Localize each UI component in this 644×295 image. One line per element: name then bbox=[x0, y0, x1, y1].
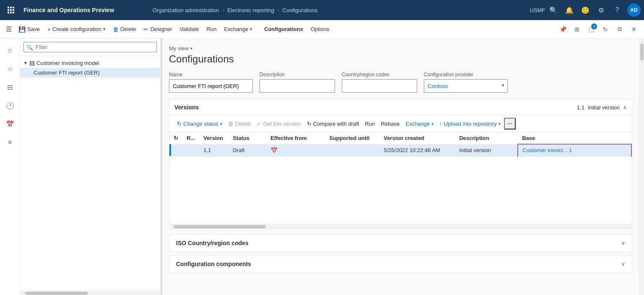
cell-version-created: 5/25/2022 10:22:48 AM bbox=[379, 144, 455, 156]
breadcrumb-er[interactable]: Electronic reporting bbox=[227, 7, 274, 13]
search-icon[interactable]: 🔍 bbox=[548, 4, 559, 16]
run-button[interactable]: Run bbox=[203, 24, 220, 34]
sidebar-list-icon[interactable]: ≡ bbox=[2, 134, 18, 151]
badge-icon[interactable]: ⬚ 0 bbox=[584, 23, 598, 36]
table-body: 1.1 Draft 📅 5/25/2022 10:22:48 AM Initia… bbox=[169, 144, 631, 156]
create-icon: + bbox=[47, 26, 51, 33]
get-version-button[interactable]: ✓ Get this version bbox=[254, 119, 303, 128]
country-input[interactable] bbox=[342, 79, 417, 93]
notification-icon[interactable]: 🔔 bbox=[564, 4, 575, 16]
versions-table: ↻ R... Version Status Effective from Sup… bbox=[169, 132, 632, 157]
cell-version: 1.1 bbox=[199, 144, 229, 156]
layout-icon[interactable]: ⊞ bbox=[570, 23, 584, 36]
tree-scrollbar[interactable] bbox=[20, 291, 160, 295]
horizontal-scrollbar[interactable] bbox=[169, 224, 632, 229]
col-version-created[interactable]: Version created bbox=[379, 132, 455, 144]
cell-status: Draft bbox=[229, 144, 266, 156]
change-status-chevron-icon: ▾ bbox=[220, 122, 222, 126]
exchange-button[interactable]: Exchange ▾ bbox=[221, 24, 255, 34]
sidebar-icons: ⌂ ☆ ⊟ 🕐 📅 ≡ bbox=[0, 39, 20, 295]
settings-icon[interactable]: ⚙ bbox=[595, 4, 607, 16]
change-status-button[interactable]: ↻ Change status ▾ bbox=[174, 119, 225, 128]
my-view-row: My view ▾ bbox=[169, 45, 632, 52]
description-input[interactable] bbox=[260, 79, 335, 93]
cell-description: Initial version bbox=[455, 144, 518, 156]
avatar[interactable]: AD bbox=[627, 3, 641, 17]
right-scrollbar[interactable] bbox=[639, 39, 644, 295]
versions-num: 1.1 bbox=[577, 104, 584, 111]
tree-folder-icon: ▤ bbox=[29, 60, 35, 66]
right-scroll-thumb[interactable] bbox=[640, 44, 644, 60]
delete-icon: 🗑 bbox=[113, 26, 119, 33]
versions-delete-button[interactable]: 🗑 Delete bbox=[226, 119, 254, 128]
versions-toolbar: ↻ Change status ▾ 🗑 Delete ✓ Get this ve… bbox=[169, 115, 632, 132]
open-new-icon[interactable]: ⧉ bbox=[613, 23, 626, 36]
iso-section: ISO Country/region codes ∨ bbox=[169, 234, 632, 252]
rebase-button[interactable]: Rebase bbox=[378, 119, 402, 128]
compare-draft-button[interactable]: ↻ Compare with draft bbox=[304, 119, 362, 128]
create-configuration-button[interactable]: + Create configuration ▾ bbox=[44, 24, 109, 34]
smiley-icon[interactable]: 🙂 bbox=[579, 4, 591, 16]
table-empty-space bbox=[169, 157, 632, 224]
name-field: Name bbox=[169, 72, 253, 93]
config-components-chevron-icon: ∨ bbox=[621, 261, 625, 267]
refresh-icon[interactable]: ↻ bbox=[599, 23, 612, 36]
options-button[interactable]: Options bbox=[307, 24, 333, 34]
command-bar: ☰ 💾 Save + Create configuration ▾ 🗑 Dele… bbox=[0, 20, 644, 39]
create-chevron-icon: ▾ bbox=[103, 27, 105, 31]
save-button[interactable]: 💾 Save bbox=[15, 24, 43, 34]
hamburger-button[interactable]: ☰ bbox=[3, 23, 14, 35]
name-input[interactable] bbox=[169, 79, 253, 93]
tree-scroll-thumb[interactable] bbox=[25, 292, 88, 295]
form-row: Name Description Country/region codes Co… bbox=[169, 72, 632, 93]
col-base[interactable]: Base bbox=[518, 132, 631, 144]
config-components-title: Configuration components bbox=[176, 261, 621, 267]
designer-button[interactable]: ✏ Designer bbox=[140, 24, 175, 34]
sidebar-calendar-icon[interactable]: 📅 bbox=[2, 116, 18, 132]
tree-item-parent[interactable]: ▼ ▤ Customer invoicing model bbox=[20, 58, 160, 68]
exchange-chevron-icon: ▾ bbox=[250, 27, 252, 31]
calendar-icon[interactable]: 📅 bbox=[270, 147, 278, 154]
upload-repository-button[interactable]: ↑ Upload into repository ▾ bbox=[437, 119, 503, 128]
col-status[interactable]: Status bbox=[229, 132, 266, 144]
config-components-header[interactable]: Configuration components ∨ bbox=[169, 256, 632, 272]
iso-chevron-icon: ∨ bbox=[621, 240, 625, 246]
validate-button[interactable]: Validate bbox=[177, 24, 203, 34]
configurations-button[interactable]: Configurations bbox=[261, 24, 306, 34]
col-supported-until[interactable]: Supported until bbox=[325, 132, 379, 144]
save-icon: 💾 bbox=[18, 26, 26, 33]
close-icon[interactable]: ✕ bbox=[627, 23, 641, 36]
breadcrumb-configs[interactable]: Configurations bbox=[283, 7, 318, 13]
tree-item-child[interactable]: Customer FTI report (GER) bbox=[20, 68, 160, 78]
col-r: R... bbox=[182, 132, 199, 144]
get-version-icon: ✓ bbox=[257, 121, 261, 127]
versions-delete-icon: 🗑 bbox=[228, 121, 234, 127]
breadcrumb-org[interactable]: Organization administration bbox=[153, 7, 219, 13]
help-icon[interactable]: ? bbox=[611, 4, 623, 16]
delete-button[interactable]: 🗑 Delete bbox=[109, 24, 140, 34]
versions-header: Versions 1.1 Initial version ∧ bbox=[169, 100, 632, 115]
base-link[interactable]: Customer invoici... 1 bbox=[522, 147, 572, 153]
pin-icon[interactable]: 📌 bbox=[556, 23, 569, 36]
sidebar-home-icon[interactable]: ⌂ bbox=[2, 42, 18, 59]
waffle-menu-button[interactable] bbox=[3, 0, 18, 20]
col-description[interactable]: Description bbox=[455, 132, 518, 144]
sidebar-clock-icon[interactable]: 🕐 bbox=[2, 97, 18, 114]
tree-panel: 🔍 ▼ ▤ Customer invoicing model Customer … bbox=[20, 39, 161, 295]
horizontal-scroll-thumb[interactable] bbox=[174, 225, 266, 228]
table-row[interactable]: 1.1 Draft 📅 5/25/2022 10:22:48 AM Initia… bbox=[169, 144, 631, 156]
my-view-label[interactable]: My view bbox=[169, 45, 189, 52]
sidebar-filter-icon[interactable]: ⊟ bbox=[2, 79, 18, 96]
sidebar-star-icon[interactable]: ☆ bbox=[2, 60, 18, 77]
versions-collapse-icon[interactable]: ∧ bbox=[623, 104, 627, 110]
col-version[interactable]: Version bbox=[199, 132, 229, 144]
filter-input[interactable] bbox=[23, 42, 157, 52]
provider-select[interactable]: Contoso bbox=[424, 79, 508, 93]
versions-exchange-button[interactable]: Exchange ▾ bbox=[403, 119, 436, 128]
versions-run-button[interactable]: Run bbox=[363, 119, 378, 128]
versions-text: Initial version bbox=[588, 104, 620, 111]
top-bar-right: USMF 🔍 🔔 🙂 ⚙ ? AD bbox=[532, 3, 641, 17]
more-options-button[interactable]: ··· bbox=[504, 118, 516, 129]
iso-header[interactable]: ISO Country/region codes ∨ bbox=[169, 235, 632, 251]
col-effective-from[interactable]: Effective from bbox=[266, 132, 325, 144]
